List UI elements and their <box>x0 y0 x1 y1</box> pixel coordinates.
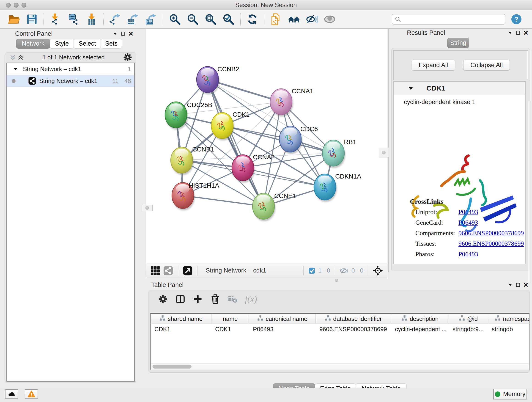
search-field[interactable] <box>392 14 505 25</box>
crosslink-value-link[interactable]: 9606.ENSP00000378699 <box>458 240 524 247</box>
network-row-selected[interactable]: String Network – cdk1 11 48 <box>7 75 134 87</box>
node-CDC6[interactable] <box>279 126 302 154</box>
edge-CCNE1-HIST1H1A[interactable] <box>183 196 264 206</box>
tab-network[interactable]: Network <box>16 39 50 49</box>
warnings-button[interactable] <box>25 389 38 399</box>
results-panel-menu-button[interactable] <box>506 29 514 36</box>
import-database-icon[interactable] <box>68 13 80 25</box>
table-cell[interactable]: CDK1 <box>211 324 249 334</box>
column-header-namespace[interactable]: namespace <box>488 314 530 324</box>
gene-collapse-icon[interactable] <box>409 87 413 90</box>
node-RB1[interactable] <box>322 140 345 168</box>
table-settings-icon[interactable] <box>158 294 168 304</box>
search-input[interactable] <box>401 16 503 23</box>
horizontal-splitter-handle[interactable] <box>335 279 338 282</box>
column-header-@id[interactable]: @id <box>449 314 488 324</box>
tab-style[interactable]: Style <box>50 39 74 49</box>
crosslink-value-link[interactable]: 9606.ENSP00000378699 <box>458 230 524 237</box>
node-CCNA2[interactable] <box>232 155 255 183</box>
toolbar-separator <box>44 13 44 26</box>
add-column-icon[interactable] <box>193 294 203 304</box>
birds-eye-view-icon[interactable] <box>150 266 160 276</box>
table-cell[interactable]: cyclin-dependent ... <box>391 324 449 334</box>
crosslink-value-link[interactable]: P06493 <box>458 219 478 226</box>
hidden-eye-slash-icon[interactable] <box>340 266 349 275</box>
detach-view-icon[interactable] <box>183 266 193 276</box>
column-header-canonical-name[interactable]: canonical name <box>249 314 316 324</box>
string-home-icon[interactable] <box>288 13 300 25</box>
delete-column-icon[interactable] <box>210 294 220 304</box>
results-panel-close-button[interactable]: ✕ <box>522 29 530 36</box>
node-label-CDK1: CDK1 <box>233 111 250 118</box>
control-panel-close-button[interactable]: ✕ <box>127 30 135 37</box>
table-panel: Table Panel ✕ f(x) shared namenamecanoni… <box>146 281 532 385</box>
node-CCNA1[interactable] <box>270 89 293 117</box>
zoom-fit-icon[interactable] <box>205 13 216 25</box>
node-CCNB1[interactable] <box>171 147 194 175</box>
refresh-layout-icon[interactable] <box>246 13 258 25</box>
network-canvas[interactable]: CCNB2CCNA1CDC25BCDK1CDC6RB1CCNB1CCNA2CDK… <box>146 29 387 263</box>
table-panel-float-button[interactable] <box>514 281 522 288</box>
save-session-icon[interactable] <box>26 13 38 25</box>
network-view-toolbar: String Network – cdk1 1 - 0 0 - 0 <box>146 263 387 278</box>
tab-select[interactable]: Select <box>74 39 101 49</box>
collapse-all-networks-icon[interactable] <box>9 54 17 61</box>
table-cell[interactable]: P06493 <box>249 324 316 334</box>
node-CDK1[interactable] <box>211 113 234 140</box>
crosslink-value-link[interactable]: P06493 <box>458 208 478 216</box>
table-horizontal-scrollbar[interactable] <box>151 364 529 370</box>
open-session-icon[interactable] <box>8 13 20 25</box>
show-columns-icon[interactable] <box>175 294 185 304</box>
node-table[interactable]: shared namenamecanonical namedatabase id… <box>150 313 530 370</box>
hide-glass-eye-icon[interactable] <box>306 13 318 25</box>
node-CCNB2[interactable] <box>196 66 220 95</box>
node-CDKN1A[interactable] <box>314 174 337 202</box>
column-header-database-identifier[interactable]: database identifier <box>316 314 391 324</box>
left-splitter-handle[interactable] <box>142 205 152 211</box>
import-network-icon[interactable] <box>50 13 62 25</box>
export-table-icon[interactable] <box>127 13 139 25</box>
table-cell[interactable]: stringdb <box>488 324 530 334</box>
table-panel-menu-button[interactable] <box>506 281 514 288</box>
export-network-icon[interactable] <box>109 13 121 25</box>
fit-selection-target-icon[interactable] <box>373 266 383 276</box>
gene-header-row[interactable]: CDK1 <box>394 82 525 95</box>
node-label-CDC6: CDC6 <box>300 125 318 133</box>
scrollbar-thumb[interactable] <box>152 365 191 369</box>
clone-network-icon[interactable] <box>270 13 282 25</box>
zoom-in-icon[interactable] <box>169 13 181 25</box>
column-header-description[interactable]: description <box>391 314 449 324</box>
export-image-icon[interactable] <box>145 13 157 25</box>
right-splitter-handle[interactable] <box>379 148 389 157</box>
column-header-name[interactable]: name <box>211 314 249 324</box>
crosslink-value-link[interactable]: P06493 <box>458 250 478 258</box>
control-panel-menu-button[interactable] <box>111 30 119 37</box>
cloud-button[interactable] <box>5 389 18 399</box>
import-table-icon[interactable] <box>85 13 97 25</box>
memory-button[interactable]: Memory <box>493 389 527 400</box>
expand-all-networks-icon[interactable] <box>17 54 25 61</box>
network-collection-row[interactable]: String Network – cdk1 1 <box>7 63 134 75</box>
results-panel-float-button[interactable] <box>514 29 522 36</box>
network-options-gear-icon[interactable] <box>123 52 133 62</box>
hierarchy-icon <box>495 315 500 323</box>
collapse-all-button[interactable]: Collapse All <box>463 60 510 70</box>
show-eye-icon[interactable] <box>324 13 336 25</box>
table-cell[interactable]: CDK1 <box>151 324 211 334</box>
node-CCNE1[interactable] <box>253 193 275 221</box>
results-scrollbar[interactable] <box>528 101 531 283</box>
control-panel-float-button[interactable] <box>119 30 127 37</box>
table-cell[interactable]: stringdb:9... <box>449 324 488 334</box>
table-panel-close-button[interactable]: ✕ <box>522 281 530 288</box>
selected-checkbox-icon[interactable] <box>308 267 316 274</box>
column-header-shared-name[interactable]: shared name <box>151 314 211 324</box>
collection-expand-icon[interactable] <box>14 68 17 70</box>
expand-all-button[interactable]: Expand All <box>412 60 455 70</box>
zoom-out-icon[interactable] <box>187 13 199 25</box>
zoom-selected-icon[interactable] <box>222 13 234 25</box>
table-cell[interactable]: 9606.ENSP00000378699 <box>316 324 391 334</box>
help-button[interactable]: ? <box>511 14 522 25</box>
tab-sets[interactable]: Sets <box>101 39 122 49</box>
table-row[interactable]: CDK1CDK1P064939606.ENSP00000378699cyclin… <box>151 324 529 334</box>
tab-string[interactable]: String <box>447 38 469 48</box>
